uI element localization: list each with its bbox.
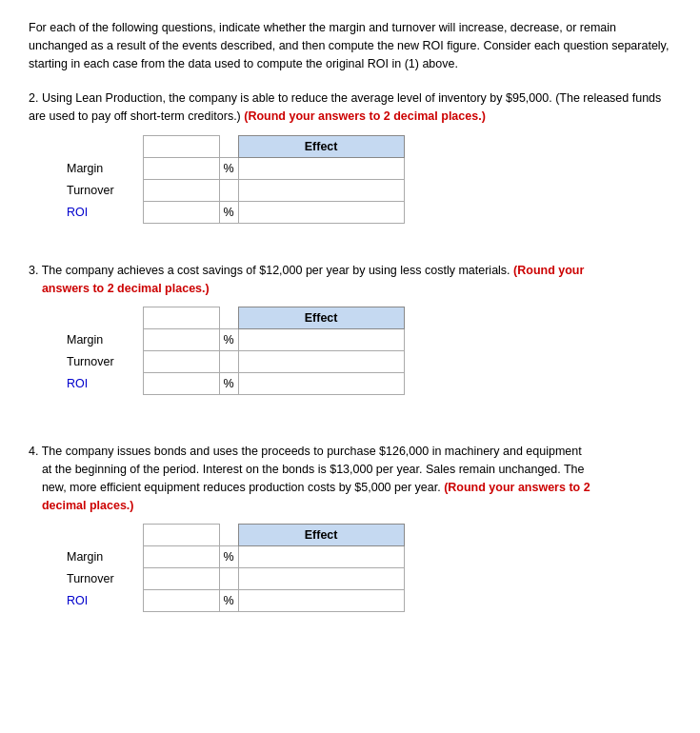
table-row: Margin % xyxy=(67,329,404,351)
table-row: ROI % xyxy=(67,590,404,612)
turnover-effect-4[interactable] xyxy=(247,572,396,585)
intro-paragraph: For each of the following questions, ind… xyxy=(29,19,671,72)
effect-header-4: Effect xyxy=(238,525,404,546)
question-4-block: 4. The company issues bonds and uses the… xyxy=(29,443,671,612)
turnover-label-4: Turnover xyxy=(67,568,143,590)
table-row: ROI % xyxy=(67,373,404,395)
effect-header-3: Effect xyxy=(238,307,404,329)
question-3-block: 3. The company achieves a cost savings o… xyxy=(29,262,671,396)
turnover-effect-2[interactable] xyxy=(247,184,396,197)
roi-effect-3[interactable] xyxy=(247,377,396,390)
margin-input-3[interactable] xyxy=(148,333,215,347)
question-4-table: Effect Margin % Turnover ROI % xyxy=(67,524,405,612)
question-3-number: 3. xyxy=(29,264,42,277)
table-row: Margin % xyxy=(67,546,404,568)
question-4-number: 4. xyxy=(29,445,42,458)
question-2-highlight: (Round your answers to 2 decimal places.… xyxy=(244,109,486,123)
turnover-effect-3[interactable] xyxy=(247,355,396,368)
margin-effect-2[interactable] xyxy=(247,162,396,175)
roi-input-3[interactable] xyxy=(148,377,215,390)
roi-label-4: ROI xyxy=(67,590,143,612)
margin-label-2: Margin xyxy=(67,157,143,179)
question-3-table: Effect Margin % Turnover ROI % xyxy=(67,307,405,395)
turnover-input-4[interactable] xyxy=(148,572,215,585)
margin-input-4[interactable] xyxy=(148,550,215,564)
roi-label-2: ROI xyxy=(67,201,143,223)
roi-label-3: ROI xyxy=(67,373,143,395)
table-row: Turnover xyxy=(67,179,404,201)
roi-effect-2[interactable] xyxy=(247,206,396,219)
margin-label-4: Margin xyxy=(67,546,143,568)
table-row: Turnover xyxy=(67,568,404,590)
margin-effect-3[interactable] xyxy=(247,333,396,347)
roi-input-2[interactable] xyxy=(148,206,215,219)
margin-label-3: Margin xyxy=(67,329,143,351)
table-row: Margin % xyxy=(67,157,404,179)
turnover-input-2[interactable] xyxy=(148,184,215,197)
margin-input-2[interactable] xyxy=(148,162,215,175)
roi-effect-4[interactable] xyxy=(247,594,396,607)
effect-header-2: Effect xyxy=(238,135,404,157)
table-row: Turnover xyxy=(67,351,404,373)
question-2-number: 2. xyxy=(29,91,42,105)
question-2-block: 2. Using Lean Production, the company is… xyxy=(29,89,671,224)
turnover-label-3: Turnover xyxy=(67,351,143,373)
table-row: ROI % xyxy=(67,201,404,223)
margin-effect-4[interactable] xyxy=(247,550,396,564)
turnover-input-3[interactable] xyxy=(148,355,215,368)
turnover-label-2: Turnover xyxy=(67,179,143,201)
question-3-text: The company achieves a cost savings of $… xyxy=(42,264,513,277)
roi-input-4[interactable] xyxy=(148,594,215,607)
question-2-table: Effect Margin % Turnover ROI % xyxy=(67,135,405,224)
